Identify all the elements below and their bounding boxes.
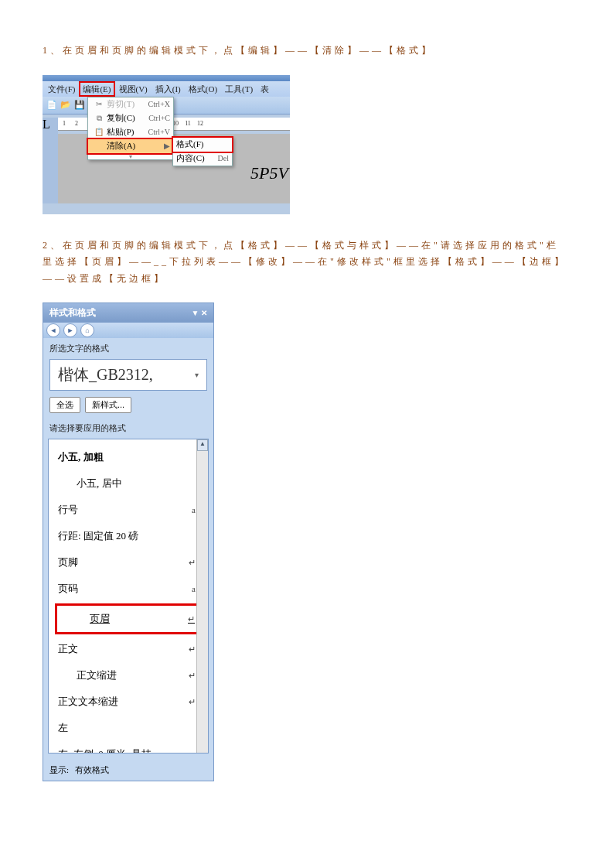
style-symbol-icon: ↵ bbox=[189, 644, 196, 654]
instruction-2: 2、在页眉和页脚的编辑模式下，点【格式】——【格式与样式】——在"请选择应用的格… bbox=[43, 238, 570, 288]
clear-submenu: 格式(F) 内容(C) Del bbox=[172, 137, 233, 166]
style-item-label: 小五, 加粗 bbox=[58, 450, 104, 464]
style-symbol-icon: a bbox=[192, 505, 196, 514]
nav-fwd-icon[interactable]: ► bbox=[63, 323, 77, 337]
style-item-label: 页眉 bbox=[90, 612, 110, 626]
style-item[interactable]: 行距: 固定值 20 磅 bbox=[56, 523, 197, 549]
current-format-text: 楷体_GB2312, bbox=[58, 364, 153, 385]
save-icon[interactable]: 💾 bbox=[73, 99, 86, 111]
screenshot-styles-pane: 样式和格式 ▼ ✕ ◄ ► ⌂ 所选文字的格式 楷体_GB2312, ▾ 全选 … bbox=[43, 302, 214, 781]
select-all-button[interactable]: 全选 bbox=[49, 397, 80, 413]
instruction-1: 1、在页眉和页脚的编辑模式下，点【编辑】——【清除】——【格式】 bbox=[43, 43, 570, 60]
edit-dropdown: ✂ 剪切(T) Ctrl+X ⧉ 复制(C) Ctrl+C 📋 粘贴(P) Ct… bbox=[87, 97, 174, 160]
style-item[interactable]: 页码a bbox=[56, 576, 197, 602]
style-item[interactable]: 小五, 加粗 bbox=[56, 444, 197, 470]
nav-back-icon[interactable]: ◄ bbox=[46, 323, 60, 337]
current-format-label: 所选文字的格式 bbox=[43, 338, 213, 359]
style-symbol-icon: ↵ bbox=[189, 558, 196, 568]
style-symbol-icon: ↵ bbox=[188, 614, 195, 624]
open-icon[interactable]: 📂 bbox=[60, 99, 72, 111]
menu-edit[interactable]: 编辑(E) bbox=[79, 81, 114, 97]
style-item[interactable]: 左 bbox=[56, 715, 197, 741]
pane-title: 样式和格式 ▼ ✕ bbox=[43, 303, 213, 323]
style-symbol-icon: a bbox=[192, 584, 196, 593]
pick-format-label: 请选择要应用的格式 bbox=[43, 418, 213, 439]
style-item-label: 页脚 bbox=[58, 555, 78, 569]
left-ruler-col: L bbox=[43, 118, 58, 203]
doc-text: 5P5V bbox=[250, 163, 288, 183]
style-item-label: 页码 bbox=[58, 582, 78, 596]
style-item-label: 正文缩进 bbox=[77, 668, 117, 682]
menu-file[interactable]: 文件(F) bbox=[44, 81, 79, 97]
style-item[interactable]: 左, 左侧: 0 厘米, 悬挂 bbox=[56, 741, 197, 754]
menubar: 文件(F) 编辑(E) 视图(V) 插入(I) 格式(O) 工具(T) 表 bbox=[43, 81, 290, 97]
menu-cut[interactable]: ✂ 剪切(T) Ctrl+X bbox=[88, 97, 173, 111]
style-item-label: 正文 bbox=[58, 642, 78, 656]
submenu-format[interactable]: 格式(F) bbox=[172, 136, 233, 153]
dropdown-arrow-icon[interactable]: ▼ ✕ bbox=[192, 309, 207, 317]
show-row: 显示: 有效格式 bbox=[43, 760, 213, 781]
menu-tools[interactable]: 工具(T) bbox=[221, 81, 257, 97]
menu-insert[interactable]: 插入(I) bbox=[152, 81, 185, 97]
new-style-button[interactable]: 新样式... bbox=[85, 397, 131, 413]
style-item-label: 行号 bbox=[58, 503, 78, 517]
style-item-label: 行距: 固定值 20 磅 bbox=[58, 529, 138, 543]
style-list: 小五, 加粗小五, 居中行号a行距: 固定值 20 磅页脚↵页码a页眉↵正文↵正… bbox=[48, 439, 209, 754]
submenu-arrow-icon: ▶ bbox=[164, 142, 170, 150]
style-item[interactable]: 正文文本缩进↵ bbox=[56, 689, 197, 715]
submenu-content[interactable]: 内容(C) Del bbox=[173, 152, 232, 166]
paste-icon: 📋 bbox=[91, 128, 107, 136]
style-symbol-icon: ↵ bbox=[189, 697, 196, 707]
style-item-label: 正文文本缩进 bbox=[58, 695, 118, 709]
menu-table[interactable]: 表 bbox=[257, 81, 273, 97]
titlebar bbox=[43, 75, 290, 81]
pane-title-text: 样式和格式 bbox=[49, 306, 96, 320]
style-item-label: 小五, 居中 bbox=[77, 477, 122, 490]
screenshot-edit-menu: 文件(F) 编辑(E) 视图(V) 插入(I) 格式(O) 工具(T) 表 📄 … bbox=[43, 75, 290, 214]
copy-icon: ⧉ bbox=[91, 114, 107, 123]
menu-view[interactable]: 视图(V) bbox=[115, 81, 152, 97]
new-doc-icon[interactable]: 📄 bbox=[46, 99, 58, 111]
show-value[interactable]: 有效格式 bbox=[75, 764, 109, 776]
format-dropdown-icon[interactable]: ▾ bbox=[195, 371, 199, 379]
menu-copy[interactable]: ⧉ 复制(C) Ctrl+C bbox=[88, 111, 173, 125]
style-item[interactable]: 页脚↵ bbox=[56, 549, 197, 576]
style-item[interactable]: 正文缩进↵ bbox=[56, 662, 197, 689]
cut-icon: ✂ bbox=[91, 100, 107, 108]
style-item[interactable]: 页眉↵ bbox=[55, 603, 199, 634]
menu-clear[interactable]: 清除(A) ▶ bbox=[87, 138, 175, 155]
scroll-up-icon[interactable]: ▲ bbox=[197, 439, 208, 451]
style-item-label: 左, 左侧: 0 厘米, 悬挂 bbox=[58, 747, 152, 754]
style-item-label: 左 bbox=[58, 721, 68, 735]
nav-home-icon[interactable]: ⌂ bbox=[80, 323, 94, 337]
show-label: 显示: bbox=[49, 764, 69, 776]
style-item[interactable]: 小五, 居中 bbox=[56, 470, 197, 497]
scrollbar[interactable]: ▲ bbox=[196, 439, 208, 753]
pane-nav: ◄ ► ⌂ bbox=[43, 323, 213, 338]
style-symbol-icon: ↵ bbox=[189, 671, 196, 681]
style-item[interactable]: 行号a bbox=[56, 497, 197, 523]
current-format-box[interactable]: 楷体_GB2312, ▾ bbox=[49, 359, 207, 391]
menu-format[interactable]: 格式(O) bbox=[185, 81, 221, 97]
style-item[interactable]: 正文↵ bbox=[56, 636, 197, 662]
